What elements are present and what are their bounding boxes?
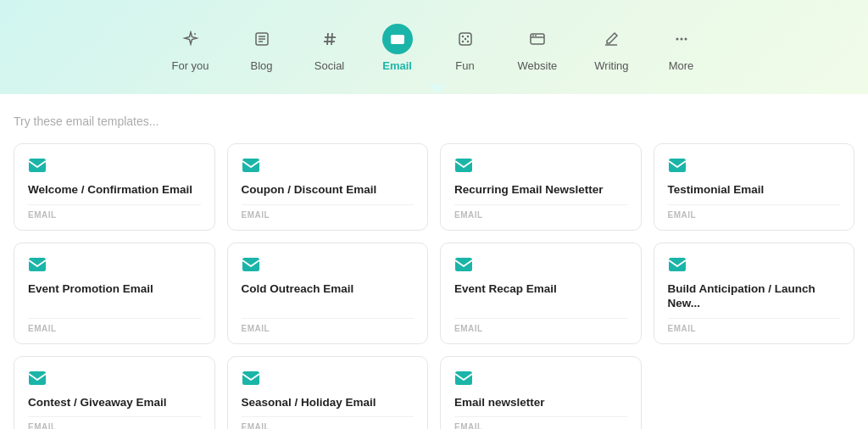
tab-blog[interactable]: Blog — [228, 15, 296, 84]
svg-line-6 — [331, 33, 332, 45]
card-tag: EMAIL — [454, 204, 627, 220]
svg-point-19 — [535, 35, 537, 36]
tab-fun[interactable]: Fun — [431, 15, 499, 84]
card-build-anticipation[interactable]: Build Anticipation / Launch New... EMAIL — [654, 242, 855, 344]
card-email-icon — [28, 158, 201, 176]
card-tag: EMAIL — [28, 318, 201, 333]
card-welcome-confirmation[interactable]: Welcome / Confirmation Email EMAIL — [14, 143, 215, 231]
svg-point-12 — [466, 36, 468, 37]
card-event-recap[interactable]: Event Recap Email EMAIL — [440, 242, 642, 344]
tab-fun-label: Fun — [455, 59, 474, 72]
card-title: Recurring Email Newsletter — [454, 182, 627, 198]
tab-more-label: More — [669, 59, 694, 72]
website-icon — [522, 24, 553, 54]
svg-rect-31 — [669, 258, 686, 271]
card-tag: EMAIL — [242, 204, 415, 220]
svg-point-21 — [676, 38, 678, 41]
tab-for-you-label: For you — [171, 59, 209, 72]
svg-point-14 — [466, 41, 468, 42]
tab-email[interactable]: Email — [364, 15, 431, 84]
card-tag: EMAIL — [668, 318, 841, 333]
tab-for-you[interactable]: For you — [153, 15, 227, 84]
sparkle-icon — [175, 24, 206, 54]
card-email-icon — [454, 370, 627, 388]
card-email-icon — [454, 158, 627, 176]
svg-point-22 — [680, 38, 682, 41]
more-icon — [666, 24, 697, 54]
card-email-icon — [242, 158, 415, 176]
tab-website-label: Website — [518, 59, 558, 72]
card-email-icon — [242, 370, 415, 388]
svg-rect-33 — [242, 371, 259, 385]
card-grid: Welcome / Confirmation Email EMAIL Coupo… — [14, 143, 854, 429]
card-email-icon — [242, 257, 415, 275]
card-tag: EMAIL — [28, 204, 201, 220]
card-tag: EMAIL — [454, 318, 627, 333]
section-title: Try these email templates... — [14, 114, 854, 128]
tab-email-label: Email — [382, 59, 412, 72]
svg-rect-24 — [29, 159, 46, 172]
svg-rect-28 — [29, 258, 46, 271]
card-title: Seasonal / Holiday Email — [242, 395, 415, 410]
writing-icon — [596, 24, 626, 54]
tab-social-label: Social — [314, 59, 344, 72]
svg-point-18 — [532, 35, 534, 36]
card-title: Testimonial Email — [668, 182, 841, 198]
card-title: Event Recap Email — [454, 281, 627, 297]
tab-writing[interactable]: Writing — [576, 15, 647, 84]
svg-rect-27 — [669, 159, 686, 172]
card-coupon-discount[interactable]: Coupon / Discount Email EMAIL — [227, 143, 429, 231]
nav-tabs: For you Blog — [153, 15, 715, 84]
card-email-icon — [668, 158, 841, 176]
card-title: Contest / Giveaway Email — [28, 395, 201, 410]
card-tag: EMAIL — [242, 318, 415, 333]
fun-icon — [450, 24, 481, 54]
svg-rect-25 — [242, 159, 259, 172]
svg-point-0 — [194, 33, 196, 35]
card-title: Cold Outreach Email — [242, 281, 415, 297]
svg-rect-34 — [455, 371, 472, 385]
card-testimonial[interactable]: Testimonial Email EMAIL — [654, 143, 855, 231]
svg-point-15 — [464, 38, 465, 40]
svg-rect-30 — [455, 258, 472, 271]
card-email-icon — [28, 257, 201, 275]
tab-blog-label: Blog — [251, 59, 273, 72]
card-tag: EMAIL — [668, 204, 841, 220]
hash-icon — [314, 24, 345, 54]
tab-website[interactable]: Website — [499, 15, 576, 84]
svg-line-5 — [327, 33, 328, 45]
card-tag: EMAIL — [454, 416, 627, 429]
blog-icon — [247, 24, 277, 54]
card-title: Event Promotion Email — [28, 281, 201, 297]
svg-rect-32 — [29, 371, 46, 385]
svg-rect-26 — [455, 159, 472, 172]
card-title: Coupon / Discount Email — [242, 182, 415, 198]
card-tag: EMAIL — [28, 416, 201, 429]
card-email-icon — [28, 370, 201, 388]
card-contest-giveaway[interactable]: Contest / Giveaway Email EMAIL — [14, 356, 215, 429]
svg-point-13 — [461, 41, 463, 42]
card-title: Build Anticipation / Launch New... — [668, 281, 841, 311]
svg-rect-9 — [391, 35, 404, 44]
tab-more[interactable]: More — [648, 15, 715, 84]
header: For you Blog — [0, 0, 868, 94]
card-event-promotion[interactable]: Event Promotion Email EMAIL — [14, 242, 215, 344]
card-email-icon — [668, 257, 841, 275]
main-content: Try these email templates... Welcome / C… — [0, 94, 868, 429]
card-tag: EMAIL — [242, 416, 415, 429]
card-email-icon — [454, 257, 627, 275]
card-title: Welcome / Confirmation Email — [28, 182, 201, 198]
svg-point-23 — [684, 38, 687, 41]
card-cold-outreach[interactable]: Cold Outreach Email EMAIL — [227, 242, 429, 344]
email-icon — [382, 24, 413, 54]
header-arrow — [427, 84, 448, 94]
svg-point-11 — [461, 36, 463, 37]
card-title: Email newsletter — [454, 395, 627, 410]
tab-writing-label: Writing — [594, 59, 628, 72]
tab-social[interactable]: Social — [296, 15, 364, 84]
svg-rect-29 — [242, 258, 259, 271]
card-seasonal-holiday[interactable]: Seasonal / Holiday Email EMAIL — [227, 356, 429, 429]
card-email-newsletter[interactable]: Email newsletter EMAIL — [440, 356, 642, 429]
card-recurring-newsletter[interactable]: Recurring Email Newsletter EMAIL — [440, 143, 642, 231]
